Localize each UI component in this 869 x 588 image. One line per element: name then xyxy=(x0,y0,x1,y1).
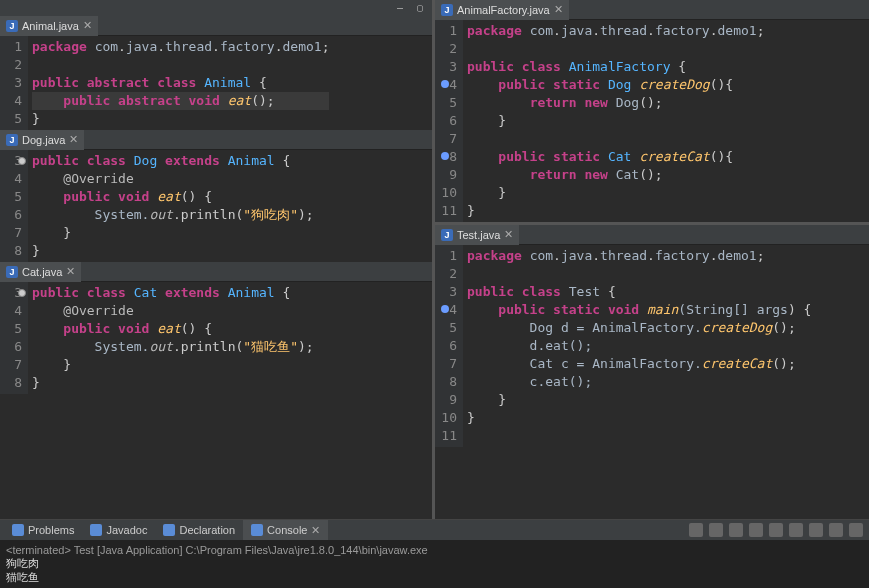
breakpoint-icon[interactable] xyxy=(441,80,449,88)
editor-tab-label: Cat.java xyxy=(22,266,62,278)
gutter[interactable]: 345678 xyxy=(0,282,28,394)
bottom-tab-label: Javadoc xyxy=(106,524,147,536)
editor-tab-label: Test.java xyxy=(457,229,500,241)
display-console-icon[interactable] xyxy=(709,523,723,537)
close-icon[interactable]: ✕ xyxy=(554,3,563,16)
code-area[interactable]: package com.java.thread.factory.demo1;pu… xyxy=(463,20,768,222)
editor-animalfactory: JAnimalFactory.java✕1234567891011package… xyxy=(435,0,869,222)
remove-all-icon[interactable] xyxy=(749,523,763,537)
code-area[interactable]: package com.java.thread.factory.demo1;pu… xyxy=(463,245,815,447)
override-icon[interactable] xyxy=(18,289,26,297)
open-console-icon[interactable] xyxy=(809,523,823,537)
console-icon xyxy=(251,524,263,536)
editor-tab[interactable]: JCat.java✕ xyxy=(0,262,81,282)
pin-console-icon[interactable] xyxy=(689,523,703,537)
console-toolbar xyxy=(689,523,869,537)
override-icon[interactable] xyxy=(18,157,26,165)
gutter[interactable]: 1234567891011 xyxy=(435,20,463,222)
code-area[interactable]: public class Dog extends Animal { @Overr… xyxy=(28,150,318,262)
java-file-icon: J xyxy=(6,266,18,278)
minimize-panel-icon[interactable] xyxy=(829,523,843,537)
bottom-panel: ProblemsJavadocDeclarationConsole✕ <term… xyxy=(0,519,869,588)
maximize-panel-icon[interactable] xyxy=(849,523,863,537)
javadoc-icon xyxy=(90,524,102,536)
java-file-icon: J xyxy=(6,20,18,32)
gutter[interactable]: 12345 xyxy=(0,36,28,130)
maximize-button[interactable]: ▢ xyxy=(414,2,426,14)
code-area[interactable]: public class Cat extends Animal { @Overr… xyxy=(28,282,318,394)
window-controls: — ▢ xyxy=(0,0,432,16)
java-file-icon: J xyxy=(6,134,18,146)
java-file-icon: J xyxy=(441,229,453,241)
bottom-tab-label: Declaration xyxy=(179,524,235,536)
close-icon[interactable]: ✕ xyxy=(311,524,320,537)
editor-animal: JAnimal.java✕12345package com.java.threa… xyxy=(0,16,432,130)
console-output-line: 猫吃鱼 xyxy=(6,570,863,584)
close-icon[interactable]: ✕ xyxy=(69,133,78,146)
terminated-line: <terminated> Test [Java Application] C:\… xyxy=(6,544,863,556)
editor-tab-label: Dog.java xyxy=(22,134,65,146)
declaration-icon xyxy=(163,524,175,536)
editor-test: JTest.java✕1234567891011package com.java… xyxy=(435,225,869,447)
gutter[interactable]: 1234567891011 xyxy=(435,245,463,447)
gutter[interactable]: 345678 xyxy=(0,150,28,262)
minimize-button[interactable]: — xyxy=(394,2,406,14)
editor-tab[interactable]: JAnimalFactory.java✕ xyxy=(435,0,569,20)
editor-cat: JCat.java✕345678public class Cat extends… xyxy=(0,262,432,394)
editor-dog: JDog.java✕345678public class Dog extends… xyxy=(0,130,432,262)
bottom-tab-javadoc[interactable]: Javadoc xyxy=(82,520,155,540)
scroll-lock-icon[interactable] xyxy=(789,523,803,537)
java-file-icon: J xyxy=(441,4,453,16)
close-icon[interactable]: ✕ xyxy=(504,228,513,241)
editor-tab[interactable]: JDog.java✕ xyxy=(0,130,84,150)
editor-tab-label: AnimalFactory.java xyxy=(457,4,550,16)
bottom-tab-console[interactable]: Console✕ xyxy=(243,520,328,540)
close-icon[interactable]: ✕ xyxy=(66,265,75,278)
breakpoint-icon[interactable] xyxy=(441,305,449,313)
bottom-tab-declaration[interactable]: Declaration xyxy=(155,520,243,540)
bottom-tabs: ProblemsJavadocDeclarationConsole✕ xyxy=(4,520,328,540)
console-output-line: 狗吃肉 xyxy=(6,556,863,570)
problems-icon xyxy=(12,524,24,536)
code-area[interactable]: package com.java.thread.factory.demo1;pu… xyxy=(28,36,333,130)
remove-launch-icon[interactable] xyxy=(729,523,743,537)
editor-tab-label: Animal.java xyxy=(22,20,79,32)
breakpoint-icon[interactable] xyxy=(441,152,449,160)
bottom-tab-label: Console xyxy=(267,524,307,536)
editor-tab[interactable]: JAnimal.java✕ xyxy=(0,16,98,36)
clear-console-icon[interactable] xyxy=(769,523,783,537)
close-icon[interactable]: ✕ xyxy=(83,19,92,32)
editor-tab[interactable]: JTest.java✕ xyxy=(435,225,519,245)
bottom-tab-problems[interactable]: Problems xyxy=(4,520,82,540)
bottom-tab-label: Problems xyxy=(28,524,74,536)
